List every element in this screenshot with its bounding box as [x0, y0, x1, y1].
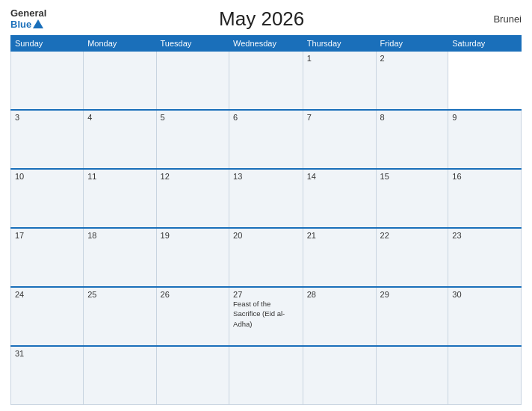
header-saturday: Saturday: [448, 36, 522, 52]
day-number: 19: [161, 231, 226, 240]
top-bar: General Blue May 2026 Brunei: [10, 7, 522, 31]
calendar-cell: 5: [156, 110, 229, 169]
calendar-cell: [156, 52, 229, 111]
calendar-cell: [376, 346, 448, 405]
calendar-cell: 2: [376, 52, 448, 111]
calendar-cell: 11: [84, 169, 156, 228]
calendar-cell: 4: [84, 110, 156, 169]
day-number: 11: [87, 172, 152, 181]
header-monday: Monday: [84, 36, 156, 52]
calendar-cell: 29: [376, 287, 448, 346]
calendar-header-row: Sunday Monday Tuesday Wednesday Thursday…: [11, 36, 522, 52]
calendar-cell: 12: [156, 169, 229, 228]
calendar-cell: 10: [11, 169, 84, 228]
header-thursday: Thursday: [303, 36, 376, 52]
calendar-cell: 6: [229, 110, 303, 169]
header-friday: Friday: [376, 36, 448, 52]
day-number: 14: [307, 172, 372, 181]
day-number: 1: [307, 54, 372, 63]
header-wednesday: Wednesday: [229, 36, 303, 52]
calendar-cell: [448, 346, 522, 405]
day-number: 28: [307, 290, 372, 299]
calendar-cell: [84, 346, 156, 405]
event-label: Feast of the Sacrifice (Eid al-Adha): [233, 300, 285, 328]
calendar-cell: 16: [448, 169, 522, 228]
calendar-cell: 7: [303, 110, 376, 169]
calendar-cell: 24: [11, 287, 84, 346]
calendar-cell: 25: [84, 287, 156, 346]
day-number: 5: [161, 113, 226, 122]
calendar-week-row: 24252627Feast of the Sacrifice (Eid al-A…: [11, 287, 522, 346]
calendar-cell: [303, 346, 376, 405]
calendar-cell: 17: [11, 228, 84, 287]
calendar-cell: 28: [303, 287, 376, 346]
day-number: 15: [380, 172, 445, 181]
calendar-cell: [156, 346, 229, 405]
calendar-cell: 1: [303, 52, 376, 111]
calendar-week-row: 12: [11, 52, 522, 111]
calendar-cell: 22: [376, 228, 448, 287]
calendar-week-row: 10111213141516: [11, 169, 522, 228]
day-number: 24: [15, 290, 79, 299]
calendar-cell: 30: [448, 287, 522, 346]
day-number: 3: [15, 113, 79, 122]
calendar-cell: 27Feast of the Sacrifice (Eid al-Adha): [229, 287, 303, 346]
day-number: 17: [15, 231, 79, 240]
calendar-page: General Blue May 2026 Brunei Sunday Mond…: [0, 0, 532, 411]
calendar-cell: [11, 52, 84, 111]
calendar-cell: 18: [84, 228, 156, 287]
day-number: 26: [161, 290, 226, 299]
day-number: 30: [452, 290, 517, 299]
day-number: 29: [380, 290, 445, 299]
calendar-week-row: 17181920212223: [11, 228, 522, 287]
calendar-week-row: 31: [11, 346, 522, 405]
day-number: 22: [380, 231, 445, 240]
calendar-cell: [229, 346, 303, 405]
header-sunday: Sunday: [11, 36, 84, 52]
calendar-title: May 2026: [46, 7, 477, 31]
day-number: 4: [87, 113, 152, 122]
calendar-cell: 14: [303, 169, 376, 228]
calendar-week-row: 3456789: [11, 110, 522, 169]
day-number: 27: [233, 290, 299, 299]
logo-general-text: General: [10, 8, 46, 19]
day-number: 31: [15, 349, 79, 358]
calendar-cell: [84, 52, 156, 111]
logo-triangle-icon: [33, 19, 43, 28]
calendar-cell: 23: [448, 228, 522, 287]
calendar-cell: 21: [303, 228, 376, 287]
day-number: 25: [87, 290, 152, 299]
calendar-cell: 13: [229, 169, 303, 228]
calendar-cell: 19: [156, 228, 229, 287]
day-number: 18: [87, 231, 152, 240]
calendar-cell: 3: [11, 110, 84, 169]
calendar-body: 1234567891011121314151617181920212223242…: [11, 52, 522, 405]
country-label: Brunei: [477, 13, 522, 25]
logo: General Blue: [10, 8, 46, 30]
day-number: 8: [380, 113, 445, 122]
day-number: 13: [233, 172, 299, 181]
logo-blue-text: Blue: [10, 19, 46, 30]
day-number: 2: [380, 54, 445, 63]
calendar-cell: 8: [376, 110, 448, 169]
calendar-cell: 9: [448, 110, 522, 169]
day-number: 7: [307, 113, 372, 122]
calendar-cell: 26: [156, 287, 229, 346]
calendar-table: Sunday Monday Tuesday Wednesday Thursday…: [10, 35, 522, 405]
calendar-cell: 20: [229, 228, 303, 287]
day-number: 10: [15, 172, 79, 181]
header-tuesday: Tuesday: [156, 36, 229, 52]
calendar-cell: 15: [376, 169, 448, 228]
day-number: 6: [233, 113, 299, 122]
day-number: 21: [307, 231, 372, 240]
day-number: 20: [233, 231, 299, 240]
day-number: 16: [452, 172, 517, 181]
calendar-cell: [229, 52, 303, 111]
day-number: 9: [452, 113, 517, 122]
day-number: 12: [161, 172, 226, 181]
calendar-cell: 31: [11, 346, 84, 405]
day-number: 23: [452, 231, 517, 240]
